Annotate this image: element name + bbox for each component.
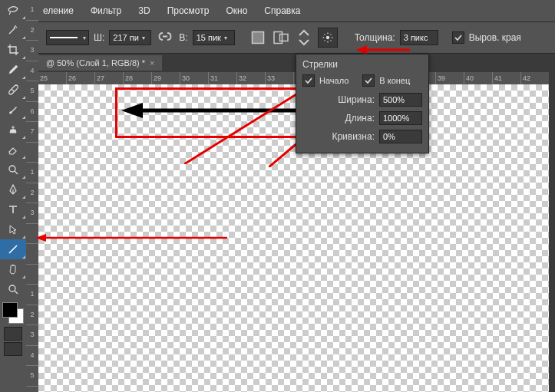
arrow-width-input[interactable]: 500% bbox=[379, 93, 422, 107]
menubar: еление Фильтр 3D Просмотр Окно Справка bbox=[0, 0, 555, 22]
width-label: Ш: bbox=[94, 32, 104, 43]
align-edges-checkbox[interactable] bbox=[452, 31, 464, 44]
stroke-preview-dropdown[interactable]: ▾ bbox=[46, 30, 89, 45]
zoom-tool[interactable] bbox=[0, 279, 26, 299]
height-input[interactable]: 15 пик▾ bbox=[193, 30, 235, 45]
menu-3d[interactable]: 3D bbox=[138, 5, 150, 16]
align-edges-label: Выров. края bbox=[469, 32, 521, 43]
svg-rect-4 bbox=[279, 35, 288, 41]
arrange-icon[interactable] bbox=[295, 28, 313, 47]
arrow-concavity-input[interactable]: 0% bbox=[379, 130, 422, 143]
menu-help[interactable]: Справка bbox=[264, 5, 300, 16]
line-tool[interactable] bbox=[0, 239, 26, 259]
arrow-length-label: Длина: bbox=[345, 113, 375, 124]
eraser-tool[interactable] bbox=[0, 140, 26, 160]
tool-panel bbox=[0, 0, 27, 392]
align-icon[interactable] bbox=[272, 28, 290, 47]
path-selection-tool[interactable] bbox=[0, 219, 26, 239]
vertical-ruler: 123 456 71 23 1 234 5 bbox=[26, 0, 38, 392]
end-label: В конец bbox=[379, 76, 410, 85]
menu-edit[interactable]: еление bbox=[43, 5, 74, 16]
menu-window[interactable]: Окно bbox=[226, 5, 247, 16]
popup-title: Стрелки bbox=[302, 59, 422, 70]
start-checkbox[interactable] bbox=[302, 74, 315, 87]
magic-wand-tool[interactable] bbox=[0, 20, 26, 40]
brush-tool[interactable] bbox=[0, 100, 26, 120]
healing-brush-tool[interactable] bbox=[0, 80, 26, 100]
width-input[interactable]: 217 пи▾ bbox=[109, 30, 151, 45]
gear-icon[interactable] bbox=[318, 28, 338, 48]
pathops-icon[interactable] bbox=[249, 28, 267, 47]
end-checkbox[interactable] bbox=[362, 74, 375, 87]
quickmask-toggle[interactable] bbox=[4, 327, 22, 341]
arrow-concavity-label: Кривизна: bbox=[332, 131, 375, 142]
svg-rect-2 bbox=[252, 32, 263, 44]
clone-stamp-tool[interactable] bbox=[0, 120, 26, 140]
type-tool[interactable] bbox=[0, 199, 26, 219]
vertical-scrollbar[interactable] bbox=[549, 72, 555, 392]
arrow-width-label: Ширина: bbox=[338, 94, 375, 105]
document-tab[interactable]: @ 50% (Слой 1, RGB/8) * × bbox=[38, 55, 162, 71]
lasso-tool[interactable] bbox=[0, 0, 26, 20]
link-wh-icon[interactable] bbox=[156, 28, 174, 47]
zoom-tool-small[interactable] bbox=[0, 160, 26, 180]
svg-point-5 bbox=[325, 36, 329, 39]
horizontal-ruler: 2526 2728 2930 3132 3334 3536 3738 3940 … bbox=[38, 72, 549, 85]
color-swatches[interactable] bbox=[2, 302, 24, 324]
height-label: В: bbox=[179, 32, 187, 43]
svg-marker-7 bbox=[121, 103, 143, 118]
eyedropper-tool[interactable] bbox=[0, 60, 26, 80]
pen-tool[interactable] bbox=[0, 180, 26, 199]
arrow-length-input[interactable]: 1000% bbox=[379, 111, 422, 125]
close-icon[interactable]: × bbox=[150, 58, 154, 68]
svg-point-0 bbox=[9, 166, 15, 172]
svg-point-1 bbox=[9, 285, 15, 292]
menu-filter[interactable]: Фильтр bbox=[91, 5, 121, 16]
thickness-input[interactable]: 3 пикс bbox=[400, 30, 438, 45]
start-label: Начало bbox=[319, 76, 349, 85]
menu-view[interactable]: Просмотр bbox=[167, 5, 210, 16]
hand-tool[interactable] bbox=[0, 259, 26, 279]
tab-title: @ 50% (Слой 1, RGB/8) * bbox=[46, 58, 145, 68]
arrowheads-popup: Стрелки Начало В конец Ширина: 500% Длин… bbox=[296, 54, 429, 153]
crop-tool[interactable] bbox=[0, 40, 26, 60]
svg-marker-16 bbox=[35, 234, 46, 242]
options-bar: ▾ Ш: 217 пи▾ В: 15 пик▾ Толщина: 3 пикс … bbox=[0, 22, 555, 54]
screenmode-toggle[interactable] bbox=[4, 342, 22, 356]
annotation-arrow-to-tool bbox=[35, 233, 227, 242]
thickness-label: Толщина: bbox=[355, 32, 395, 43]
